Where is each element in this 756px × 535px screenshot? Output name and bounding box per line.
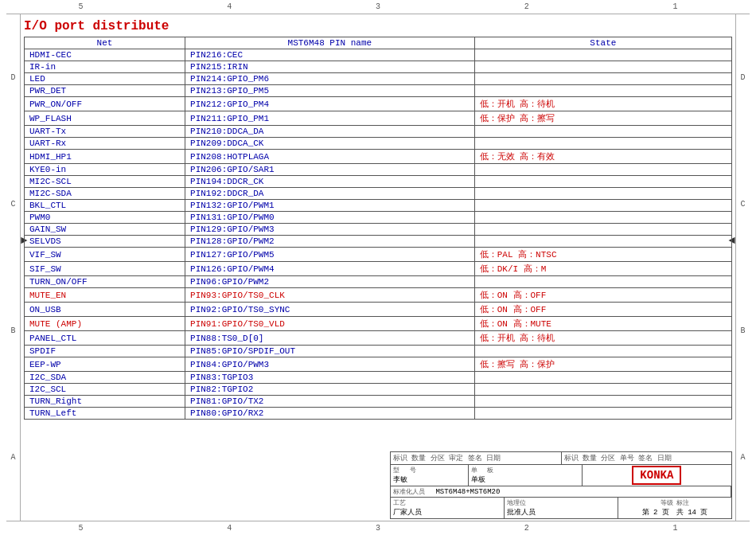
table-row: WP_FLASHPIN211:GPIO_PM1低：保护 高：擦写 (25, 111, 732, 126)
cell-state-2 (474, 73, 731, 85)
bottom-page-cell: 等级 标注 第 2 页 共 14 页 (618, 498, 731, 518)
table-row: HDMI_HP1PIN208:HOTPLAGA低：无效 高：有效 (25, 150, 732, 164)
company-label: 单 板 (471, 466, 579, 474)
cell-state-15 (474, 236, 731, 248)
cell-net-16: VIF_SW (25, 248, 185, 262)
cell-state-18 (474, 276, 731, 288)
bottom-project-cell: 标准化人员 MST6M48+MST6M20 (391, 486, 731, 497)
cell-net-9: KYE0-in (25, 164, 185, 176)
cell-state-25 (474, 372, 731, 384)
io-table: Net MST6M48 PIN name State HDMI-CECPIN21… (24, 37, 732, 420)
page-title: I/O port distribute (21, 14, 735, 37)
cell-net-19: MUTE_EN (25, 288, 185, 303)
table-row: VIF_SWPIN127:GPIO/PWM5低：PAL 高：NTSC (25, 248, 732, 262)
table-row: PWM0PIN131:GPIO/PWM0 (25, 212, 732, 224)
page-total: 14 (688, 509, 696, 517)
col-header-pin: MST6M48 PIN name (185, 37, 475, 49)
cell-pin-1: PIN215:IRIN (185, 61, 475, 73)
page-info-value: 第 2 页 共 14 页 (621, 507, 729, 517)
main-content: I/O port distribute Net MST6M48 PIN name… (21, 14, 735, 521)
cell-pin-19: PIN93:GPIO/TS0_CLK (185, 288, 475, 303)
ruler-bottom: 5 4 3 2 1 (6, 521, 750, 535)
cell-net-26: I2C_SCL (25, 384, 185, 396)
cell-state-4: 低：开机 高：待机 (474, 97, 731, 111)
ruler-left-B: B (10, 326, 15, 335)
cell-net-14: GAIN_SW (25, 224, 185, 236)
col-header-state: State (474, 37, 731, 49)
ruler-right-C: C (740, 200, 745, 209)
table-row: MUTE_ENPIN93:GPIO/TS0_CLK低：ON 高：OFF (25, 288, 732, 303)
cell-pin-26: PIN82:TGPIO2 (185, 384, 475, 396)
bottom-company-cell: 单 板 单板 (469, 465, 583, 486)
table-row: SIF_SWPIN126:GPIO/PWM4低：DK/I 高：M (25, 262, 732, 276)
designer-label: 型 号 (393, 466, 466, 474)
cell-state-16: 低：PAL 高：NTSC (474, 248, 731, 262)
table-row: MUTE (AMP)PIN91:GPIO/TS0_VLD低：ON 高：MUTE (25, 317, 732, 331)
cell-net-25: I2C_SDA (25, 372, 185, 384)
factory-label: 工艺 (393, 498, 501, 507)
cell-net-1: IR-in (25, 61, 185, 73)
cell-pin-16: PIN127:GPIO/PWM5 (185, 248, 475, 262)
cell-net-23: SPDIF (25, 346, 185, 357)
cell-net-4: PWR_ON/OFF (25, 97, 185, 111)
cell-net-27: TURN_Right (25, 396, 185, 408)
ruler-top-2: 2 (524, 2, 529, 11)
ruler-right-D: D (740, 73, 745, 82)
cell-net-24: EEP-WP (25, 357, 185, 372)
project-label: 标准化人员 (393, 488, 431, 495)
table-row: UART-TxPIN210:DDCA_DA (25, 126, 732, 138)
ruler-left-A: A (10, 453, 15, 462)
cell-pin-2: PIN214:GPIO_PM6 (185, 73, 475, 85)
project-value: MST6M48+MST6M20 (435, 488, 500, 496)
label-biaozhi2: 标识 数量 分区 单号 签名 日期 (564, 455, 672, 463)
cell-pin-9: PIN206:GPIO/SAR1 (185, 164, 475, 176)
factory-value: 厂家人员 (393, 507, 501, 517)
cell-state-22: 低：开机 高：待机 (474, 331, 731, 346)
cell-state-21: 低：ON 高：MUTE (474, 317, 731, 331)
table-row: HDMI-CECPIN216:CEC (25, 49, 732, 61)
designer-value: 李敏 (393, 474, 466, 485)
table-row: ON_USBPIN92:GPIO/TS0_SYNC低：ON 高：OFF (25, 303, 732, 317)
table-row: IR-inPIN215:IRIN (25, 61, 732, 73)
cell-pin-24: PIN84:GPIO/PWM3 (185, 357, 475, 372)
cell-pin-18: PIN96:GPIO/PWM2 (185, 276, 475, 288)
table-row: TURN_RightPIN81:GPIO/TX2 (25, 396, 732, 408)
cell-pin-12: PIN132:GPIO/PWM1 (185, 200, 475, 212)
cell-pin-22: PIN88:TS0_D[0] (185, 331, 475, 346)
bottom-factory-cell: 工艺 厂家人员 (391, 498, 505, 518)
cell-state-7 (474, 138, 731, 150)
cell-net-20: ON_USB (25, 303, 185, 317)
cell-pin-4: PIN212:GPIO_PM4 (185, 97, 475, 111)
cell-state-11 (474, 188, 731, 200)
cell-pin-14: PIN129:GPIO/PWM3 (185, 224, 475, 236)
bottom-labels-right: 标识 数量 分区 单号 签名 日期 (562, 452, 732, 464)
table-row: PANEL_CTLPIN88:TS0_D[0]低：开机 高：待机 (25, 331, 732, 346)
ruler-left-C: C (10, 200, 15, 209)
cell-state-0 (474, 49, 731, 61)
cell-net-2: LED (25, 73, 185, 85)
cell-net-18: TURN_ON/OFF (25, 276, 185, 288)
cell-net-17: SIF_SW (25, 262, 185, 276)
cell-pin-20: PIN92:GPIO/TS0_SYNC (185, 303, 475, 317)
ruler-right-A: A (740, 453, 745, 462)
cell-net-7: UART-Rx (25, 138, 185, 150)
cell-pin-8: PIN208:HOTPLAGA (185, 150, 475, 164)
table-row: BKL_CTLPIN132:GPIO/PWM1 (25, 200, 732, 212)
addr-value: 批准人员 (507, 507, 615, 517)
table-row: PWR_ON/OFFPIN212:GPIO_PM4低：开机 高：待机 (25, 97, 732, 111)
ruler-top-5: 5 (78, 2, 83, 11)
cell-state-10 (474, 176, 731, 188)
cell-net-21: MUTE (AMP) (25, 317, 185, 331)
cell-net-15: SELVDS (25, 236, 185, 248)
table-row: I2C_SDAPIN83:TGPIO3 (25, 372, 732, 384)
ruler-bottom-5: 5 (78, 524, 83, 533)
cell-pin-13: PIN131:GPIO/PWM0 (185, 212, 475, 224)
ruler-right: D C B A (735, 14, 750, 521)
page-info-label: 等级 标注 (621, 498, 729, 507)
cell-state-23 (474, 346, 731, 357)
table-row: GAIN_SWPIN129:GPIO/PWM3 (25, 224, 732, 236)
bottom-addr-cell: 地理位 批准人员 (505, 498, 618, 518)
cell-pin-28: PIN80:GPIO/RX2 (185, 408, 475, 420)
cell-state-14 (474, 224, 731, 236)
bottom-labels-left: 标识 数量 分区 审定 签名 日期 (391, 452, 562, 464)
